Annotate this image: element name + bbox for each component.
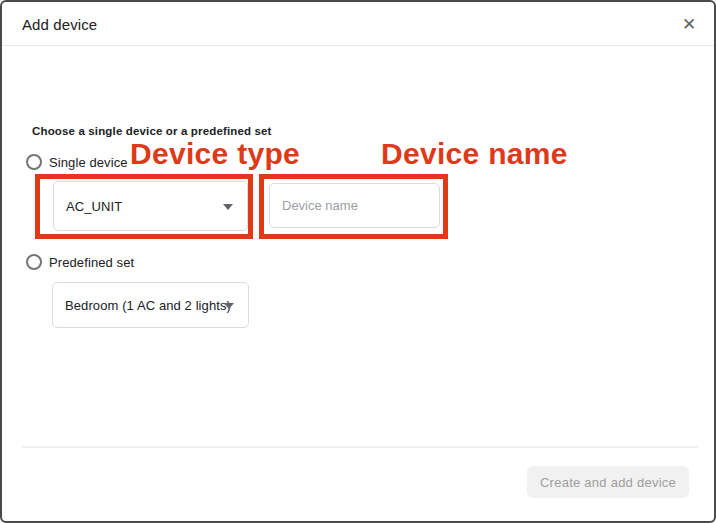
predefined-set-radio-row[interactable]: Predefined set [26,254,134,270]
chevron-down-icon [223,204,233,210]
device-type-selected-value: AC_UNIT [54,199,122,214]
single-device-radio-row[interactable]: Single device [26,154,128,170]
predefined-set-radio-label[interactable]: Predefined set [49,255,134,270]
add-device-dialog: Add device ✕ Choose a single device or a… [0,0,716,523]
predefined-set-radio[interactable] [26,254,42,270]
footer-divider [21,446,699,448]
predefined-set-select[interactable]: Bedroom (1 AC and 2 lights) [52,282,249,328]
section-heading: Choose a single device or a predefined s… [32,125,272,137]
device-type-annotation-label: Device type [130,137,300,171]
device-name-annotation-label: Device name [381,137,568,171]
dialog-header: Add device ✕ [2,2,714,46]
dialog-title: Add device [22,16,97,33]
dialog-body: Choose a single device or a predefined s… [2,47,714,521]
chevron-down-icon [224,303,234,309]
device-type-select[interactable]: AC_UNIT [53,181,248,231]
device-name-input[interactable] [269,183,440,228]
single-device-radio[interactable] [26,154,42,170]
create-and-add-device-button[interactable]: Create and add device [527,466,689,498]
predefined-set-selected-value: Bedroom (1 AC and 2 lights) [53,298,231,313]
single-device-radio-label[interactable]: Single device [49,155,128,170]
close-icon[interactable]: ✕ [676,11,702,37]
